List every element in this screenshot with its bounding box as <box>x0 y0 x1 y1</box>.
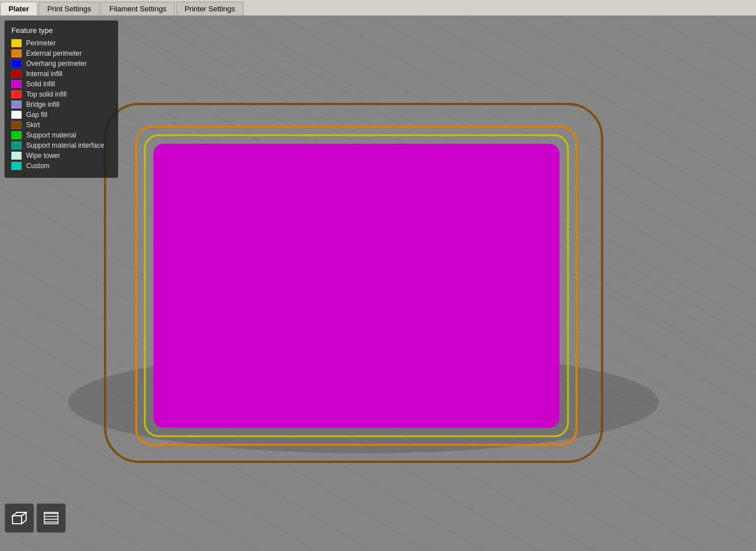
tab-printer-settings[interactable]: Printer Settings <box>176 2 244 15</box>
legend-swatch <box>11 111 22 119</box>
legend-label: Bridge infill <box>26 101 60 108</box>
legend-item: Support material <box>11 131 111 139</box>
legend-item: Support material interface <box>11 141 111 149</box>
legend-label: Support material interface <box>26 141 104 149</box>
legend-swatch <box>11 141 22 149</box>
legend-label: Support material <box>26 131 76 139</box>
legend-label: Solid infill <box>26 80 55 88</box>
legend-swatch <box>11 80 22 88</box>
layer-view-button[interactable] <box>36 503 66 533</box>
legend-swatch <box>11 131 22 139</box>
legend-item: Skirt <box>11 121 111 129</box>
legend-swatch <box>11 121 22 129</box>
viewport: Feature type PerimeterExternal perimeter… <box>0 16 756 551</box>
legend-item: Perimeter <box>11 39 111 47</box>
legend-item: Custom <box>11 162 111 170</box>
view-buttons <box>5 503 66 533</box>
legend-swatch <box>11 70 22 78</box>
legend-label: External perimeter <box>26 49 82 57</box>
legend-item: Gap fill <box>11 111 111 119</box>
legend-item: Wipe tower <box>11 152 111 160</box>
legend-label: Gap fill <box>26 111 47 119</box>
legend-swatch <box>11 162 22 170</box>
legend-label: Wipe tower <box>26 152 60 160</box>
legend-item: Solid infill <box>11 80 111 88</box>
legend-label: Overhang perimeter <box>26 60 87 68</box>
legend-item: Internal infill <box>11 70 111 78</box>
layers-icon <box>41 508 61 528</box>
legend-label: Perimeter <box>26 39 56 47</box>
tab-filament-settings[interactable]: Filament Settings <box>101 2 174 15</box>
solid-infill-pattern <box>153 144 559 428</box>
svg-rect-49 <box>12 516 22 524</box>
tab-plater[interactable]: Plater <box>0 2 37 15</box>
legend-swatch <box>11 60 22 68</box>
legend-title: Feature type <box>11 26 111 35</box>
tab-print-settings[interactable]: Print Settings <box>39 2 99 15</box>
legend-swatch <box>11 90 22 98</box>
legend-swatch <box>11 101 22 108</box>
legend-label: Top solid infill <box>26 90 66 98</box>
legend-swatch <box>11 49 22 57</box>
legend-item: External perimeter <box>11 49 111 57</box>
3d-view-button[interactable] <box>5 503 34 533</box>
legend-label: Skirt <box>26 121 40 129</box>
legend-label: Internal infill <box>26 70 62 78</box>
legend-item: Bridge infill <box>11 101 111 108</box>
legend-items: PerimeterExternal perimeterOverhang peri… <box>11 39 111 170</box>
legend-item: Overhang perimeter <box>11 60 111 68</box>
legend-swatch <box>11 152 22 160</box>
cube-icon <box>9 508 30 528</box>
svg-marker-51 <box>22 512 26 524</box>
tab-bar: Plater Print Settings Filament Settings … <box>0 0 756 16</box>
legend-label: Custom <box>26 162 49 170</box>
legend-item: Top solid infill <box>11 90 111 98</box>
legend-overlay: Feature type PerimeterExternal perimeter… <box>5 20 118 178</box>
legend-swatch <box>11 39 22 47</box>
